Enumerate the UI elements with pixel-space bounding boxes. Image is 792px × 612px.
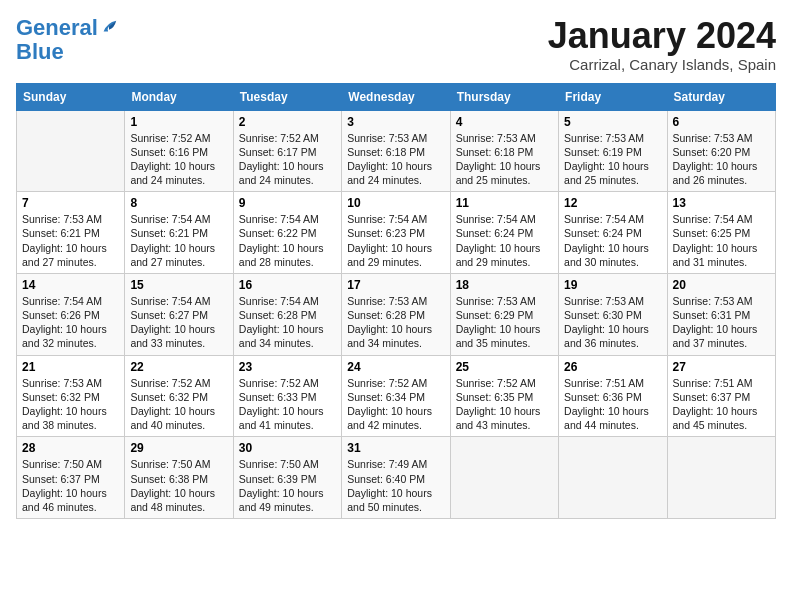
day-number: 4 [456,115,553,129]
day-info: Sunrise: 7:51 AMSunset: 6:36 PMDaylight:… [564,376,661,433]
day-number: 5 [564,115,661,129]
day-info: Sunrise: 7:54 AMSunset: 6:23 PMDaylight:… [347,212,444,269]
calendar-cell: 26Sunrise: 7:51 AMSunset: 6:36 PMDayligh… [559,355,667,437]
calendar-cell: 3Sunrise: 7:53 AMSunset: 6:18 PMDaylight… [342,110,450,192]
day-number: 23 [239,360,336,374]
day-number: 7 [22,196,119,210]
day-info: Sunrise: 7:50 AMSunset: 6:39 PMDaylight:… [239,457,336,514]
title-area: January 2024 Carrizal, Canary Islands, S… [548,16,776,73]
calendar-cell: 24Sunrise: 7:52 AMSunset: 6:34 PMDayligh… [342,355,450,437]
day-number: 20 [673,278,770,292]
calendar-cell: 12Sunrise: 7:54 AMSunset: 6:24 PMDayligh… [559,192,667,274]
day-info: Sunrise: 7:53 AMSunset: 6:32 PMDaylight:… [22,376,119,433]
header-sunday: Sunday [17,83,125,110]
header-saturday: Saturday [667,83,775,110]
header-monday: Monday [125,83,233,110]
day-info: Sunrise: 7:54 AMSunset: 6:27 PMDaylight:… [130,294,227,351]
calendar-cell: 21Sunrise: 7:53 AMSunset: 6:32 PMDayligh… [17,355,125,437]
day-info: Sunrise: 7:52 AMSunset: 6:17 PMDaylight:… [239,131,336,188]
day-info: Sunrise: 7:53 AMSunset: 6:21 PMDaylight:… [22,212,119,269]
calendar-cell: 22Sunrise: 7:52 AMSunset: 6:32 PMDayligh… [125,355,233,437]
day-number: 21 [22,360,119,374]
calendar-week-row: 7Sunrise: 7:53 AMSunset: 6:21 PMDaylight… [17,192,776,274]
calendar-cell: 5Sunrise: 7:53 AMSunset: 6:19 PMDaylight… [559,110,667,192]
day-info: Sunrise: 7:52 AMSunset: 6:32 PMDaylight:… [130,376,227,433]
calendar-cell: 18Sunrise: 7:53 AMSunset: 6:29 PMDayligh… [450,273,558,355]
day-info: Sunrise: 7:54 AMSunset: 6:26 PMDaylight:… [22,294,119,351]
day-number: 8 [130,196,227,210]
calendar-cell: 17Sunrise: 7:53 AMSunset: 6:28 PMDayligh… [342,273,450,355]
day-number: 9 [239,196,336,210]
calendar-header-row: SundayMondayTuesdayWednesdayThursdayFrid… [17,83,776,110]
day-number: 26 [564,360,661,374]
calendar-cell: 20Sunrise: 7:53 AMSunset: 6:31 PMDayligh… [667,273,775,355]
calendar-cell: 14Sunrise: 7:54 AMSunset: 6:26 PMDayligh… [17,273,125,355]
day-info: Sunrise: 7:53 AMSunset: 6:18 PMDaylight:… [456,131,553,188]
calendar-week-row: 28Sunrise: 7:50 AMSunset: 6:37 PMDayligh… [17,437,776,519]
day-info: Sunrise: 7:54 AMSunset: 6:24 PMDaylight:… [456,212,553,269]
calendar-table: SundayMondayTuesdayWednesdayThursdayFrid… [16,83,776,519]
page-header: General Blue January 2024 Carrizal, Cana… [16,16,776,73]
calendar-cell: 15Sunrise: 7:54 AMSunset: 6:27 PMDayligh… [125,273,233,355]
header-thursday: Thursday [450,83,558,110]
day-info: Sunrise: 7:54 AMSunset: 6:24 PMDaylight:… [564,212,661,269]
day-info: Sunrise: 7:52 AMSunset: 6:33 PMDaylight:… [239,376,336,433]
calendar-cell: 28Sunrise: 7:50 AMSunset: 6:37 PMDayligh… [17,437,125,519]
calendar-cell: 11Sunrise: 7:54 AMSunset: 6:24 PMDayligh… [450,192,558,274]
day-info: Sunrise: 7:51 AMSunset: 6:37 PMDaylight:… [673,376,770,433]
day-info: Sunrise: 7:50 AMSunset: 6:37 PMDaylight:… [22,457,119,514]
day-number: 1 [130,115,227,129]
calendar-cell: 13Sunrise: 7:54 AMSunset: 6:25 PMDayligh… [667,192,775,274]
day-number: 6 [673,115,770,129]
day-number: 11 [456,196,553,210]
calendar-cell: 7Sunrise: 7:53 AMSunset: 6:21 PMDaylight… [17,192,125,274]
calendar-week-row: 14Sunrise: 7:54 AMSunset: 6:26 PMDayligh… [17,273,776,355]
calendar-cell [450,437,558,519]
header-tuesday: Tuesday [233,83,341,110]
day-number: 27 [673,360,770,374]
day-number: 12 [564,196,661,210]
logo-bird-icon [100,19,118,37]
day-number: 10 [347,196,444,210]
logo: General Blue [16,16,118,64]
day-info: Sunrise: 7:53 AMSunset: 6:30 PMDaylight:… [564,294,661,351]
day-number: 13 [673,196,770,210]
calendar-cell: 27Sunrise: 7:51 AMSunset: 6:37 PMDayligh… [667,355,775,437]
calendar-cell [559,437,667,519]
day-info: Sunrise: 7:53 AMSunset: 6:19 PMDaylight:… [564,131,661,188]
day-info: Sunrise: 7:54 AMSunset: 6:28 PMDaylight:… [239,294,336,351]
day-number: 2 [239,115,336,129]
day-number: 24 [347,360,444,374]
calendar-cell: 25Sunrise: 7:52 AMSunset: 6:35 PMDayligh… [450,355,558,437]
day-number: 15 [130,278,227,292]
calendar-cell [17,110,125,192]
day-number: 19 [564,278,661,292]
day-number: 29 [130,441,227,455]
month-title: January 2024 [548,16,776,56]
calendar-cell [667,437,775,519]
day-info: Sunrise: 7:52 AMSunset: 6:16 PMDaylight:… [130,131,227,188]
calendar-cell: 23Sunrise: 7:52 AMSunset: 6:33 PMDayligh… [233,355,341,437]
calendar-cell: 8Sunrise: 7:54 AMSunset: 6:21 PMDaylight… [125,192,233,274]
calendar-week-row: 21Sunrise: 7:53 AMSunset: 6:32 PMDayligh… [17,355,776,437]
calendar-cell: 2Sunrise: 7:52 AMSunset: 6:17 PMDaylight… [233,110,341,192]
day-number: 28 [22,441,119,455]
day-number: 22 [130,360,227,374]
calendar-cell: 30Sunrise: 7:50 AMSunset: 6:39 PMDayligh… [233,437,341,519]
day-info: Sunrise: 7:49 AMSunset: 6:40 PMDaylight:… [347,457,444,514]
day-info: Sunrise: 7:50 AMSunset: 6:38 PMDaylight:… [130,457,227,514]
calendar-cell: 19Sunrise: 7:53 AMSunset: 6:30 PMDayligh… [559,273,667,355]
logo-text-line1: General [16,16,98,40]
day-number: 3 [347,115,444,129]
day-number: 31 [347,441,444,455]
calendar-cell: 9Sunrise: 7:54 AMSunset: 6:22 PMDaylight… [233,192,341,274]
day-info: Sunrise: 7:53 AMSunset: 6:29 PMDaylight:… [456,294,553,351]
calendar-cell: 6Sunrise: 7:53 AMSunset: 6:20 PMDaylight… [667,110,775,192]
day-info: Sunrise: 7:53 AMSunset: 6:28 PMDaylight:… [347,294,444,351]
day-info: Sunrise: 7:54 AMSunset: 6:25 PMDaylight:… [673,212,770,269]
calendar-cell: 1Sunrise: 7:52 AMSunset: 6:16 PMDaylight… [125,110,233,192]
calendar-cell: 29Sunrise: 7:50 AMSunset: 6:38 PMDayligh… [125,437,233,519]
calendar-cell: 16Sunrise: 7:54 AMSunset: 6:28 PMDayligh… [233,273,341,355]
header-wednesday: Wednesday [342,83,450,110]
day-info: Sunrise: 7:54 AMSunset: 6:22 PMDaylight:… [239,212,336,269]
